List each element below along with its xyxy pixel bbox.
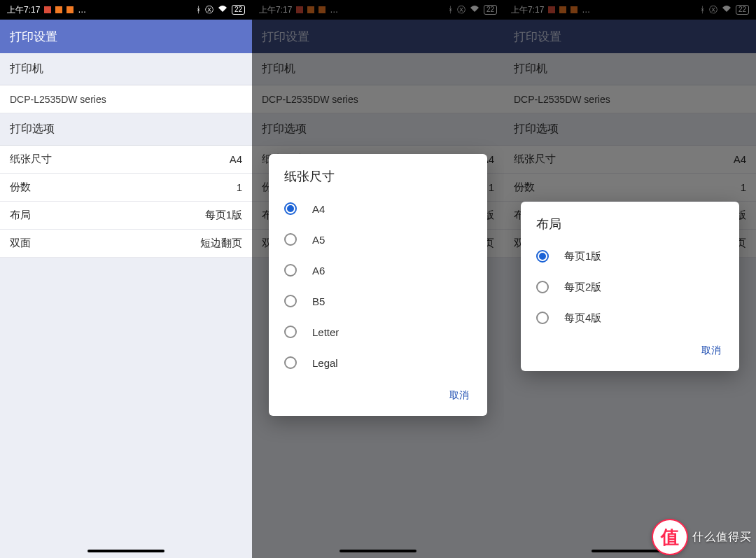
layout-dialog: 布局 每页1版 每页2版 每页4版 取消 bbox=[521, 202, 739, 371]
home-indicator[interactable] bbox=[88, 550, 164, 552]
more-notifications-icon: … bbox=[78, 5, 87, 15]
watermark-text: 什么值得买 bbox=[692, 530, 755, 545]
row-label: 布局 bbox=[10, 209, 31, 222]
radio-icon bbox=[284, 202, 297, 215]
dialog-option-a5[interactable]: A5 bbox=[269, 224, 487, 255]
row-label: 双面 bbox=[10, 237, 31, 250]
paper-size-dialog: 纸张尺寸 A4 A5 A6 B5 Letter bbox=[269, 154, 487, 416]
radio-icon bbox=[284, 233, 297, 246]
status-bar: 上午7:17 … ᚼ ⓧ 22 bbox=[0, 0, 252, 20]
dialog-option-letter[interactable]: Letter bbox=[269, 316, 487, 347]
battery-icon: 22 bbox=[232, 5, 245, 15]
section-printer-label: 打印机 bbox=[0, 53, 252, 85]
status-time: 上午7:17 bbox=[7, 4, 40, 16]
radio-icon bbox=[284, 326, 297, 338]
row-layout[interactable]: 布局 每页1版 bbox=[0, 202, 252, 230]
radio-icon bbox=[284, 356, 297, 369]
dialog-title: 纸张尺寸 bbox=[269, 168, 487, 193]
option-label: 每页2版 bbox=[564, 281, 601, 294]
dialog-title: 布局 bbox=[521, 216, 739, 241]
phone-screen-2: 上午7:17 … ᚼ ⓧ 22 打印设置 bbox=[252, 0, 504, 558]
option-label: A4 bbox=[312, 203, 325, 215]
dialog-option-b5[interactable]: B5 bbox=[269, 286, 487, 316]
option-label: Letter bbox=[312, 326, 339, 338]
empty-area bbox=[0, 258, 252, 558]
watermark-badge-icon: 值 bbox=[652, 519, 688, 555]
option-label: A6 bbox=[312, 265, 325, 277]
radio-icon bbox=[536, 250, 549, 263]
dialog-option-a4[interactable]: A4 bbox=[269, 193, 487, 224]
option-label: Legal bbox=[312, 357, 338, 369]
dialog-option-legal[interactable]: Legal bbox=[269, 347, 487, 378]
cancel-button[interactable]: 取消 bbox=[696, 340, 727, 361]
row-label: 份数 bbox=[10, 181, 31, 194]
printer-name: DCP-L2535DW series bbox=[10, 94, 106, 105]
app-header: 打印设置 bbox=[0, 20, 252, 53]
row-copies[interactable]: 份数 1 bbox=[0, 174, 252, 202]
option-label: 每页1版 bbox=[564, 250, 601, 263]
row-label: 纸张尺寸 bbox=[10, 153, 52, 166]
do-not-disturb-icon: ⓧ bbox=[205, 4, 214, 16]
row-value: 短边翻页 bbox=[200, 237, 242, 250]
radio-icon bbox=[284, 295, 297, 307]
radio-icon bbox=[536, 281, 549, 293]
radio-icon bbox=[284, 264, 297, 277]
dialog-option-2up[interactable]: 每页2版 bbox=[521, 272, 739, 302]
row-paper-size[interactable]: 纸张尺寸 A4 bbox=[0, 146, 252, 174]
printer-row[interactable]: DCP-L2535DW series bbox=[0, 85, 252, 113]
cancel-button[interactable]: 取消 bbox=[444, 385, 475, 406]
dialog-option-4up[interactable]: 每页4版 bbox=[521, 302, 739, 333]
radio-icon bbox=[536, 312, 549, 324]
dialog-option-1up[interactable]: 每页1版 bbox=[521, 241, 739, 272]
home-indicator[interactable] bbox=[340, 550, 416, 552]
option-label: A5 bbox=[312, 234, 325, 246]
page-title: 打印设置 bbox=[10, 29, 57, 45]
row-value: A4 bbox=[230, 153, 242, 165]
notification-icon bbox=[44, 6, 51, 13]
option-label: 每页4版 bbox=[564, 312, 601, 325]
section-options-label: 打印选项 bbox=[0, 113, 252, 146]
wifi-icon bbox=[218, 5, 227, 15]
watermark: 值 什么值得买 bbox=[650, 516, 756, 558]
phone-screen-1: 上午7:17 … ᚼ ⓧ 22 打印设置 bbox=[0, 0, 252, 558]
option-label: B5 bbox=[312, 295, 325, 307]
phone-screen-3: 上午7:17 … ᚼ ⓧ 22 打印设置 bbox=[504, 0, 756, 558]
dialog-option-a6[interactable]: A6 bbox=[269, 255, 487, 286]
notification-icon bbox=[66, 6, 74, 13]
notification-icon bbox=[55, 6, 62, 13]
row-value: 每页1版 bbox=[205, 209, 242, 222]
bluetooth-icon: ᚼ bbox=[196, 5, 201, 15]
row-value: 1 bbox=[237, 181, 242, 193]
row-duplex[interactable]: 双面 短边翻页 bbox=[0, 230, 252, 258]
